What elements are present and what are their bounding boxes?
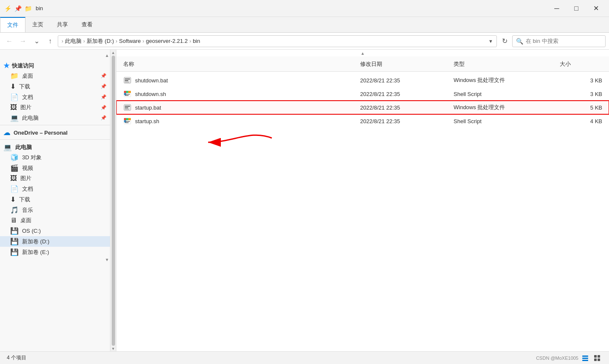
file-area-scroll-top: ▲ xyxy=(116,50,609,56)
view-list-button[interactable] xyxy=(580,353,590,363)
sidebar-item-desktop2[interactable]: 🖥 桌面 xyxy=(0,215,110,226)
sidebar-onedrive-header[interactable]: ☁ OneDrive – Personal xyxy=(0,127,110,138)
file-type-shutdown-sh: Shell Script xyxy=(454,91,560,97)
file-type-startup-bat: Windows 批处理文件 xyxy=(454,104,560,111)
list-view-icon xyxy=(582,355,589,361)
status-bar-right: CSDN @MoXE1005 xyxy=(536,353,602,363)
svg-rect-6 xyxy=(126,91,128,93)
sidebar-item-3d-label: 3D 对象 xyxy=(22,154,42,161)
forward-button[interactable]: → xyxy=(17,35,29,47)
sidebar-item-e-drive[interactable]: 💾 新加卷 (E:) xyxy=(0,247,110,257)
svg-rect-23 xyxy=(582,356,588,357)
sidebar-item-3d[interactable]: 🧊 3D 对象 xyxy=(0,152,110,163)
sidebar-item-c-drive-label: OS (C:) xyxy=(22,228,41,234)
sidebar-item-downloads[interactable]: ⬇ 下载 📌 xyxy=(0,81,110,92)
col-header-name[interactable]: 名称 xyxy=(123,60,360,68)
pc-icon: 💻 xyxy=(3,143,12,151)
c-drive-icon: 💾 xyxy=(10,227,19,235)
onedrive-icon: ☁ xyxy=(3,129,10,137)
file-name-shutdown-bat: shutdown.bat xyxy=(135,77,168,84)
sidebar-item-desktop2-label: 桌面 xyxy=(20,217,31,224)
view-grid-button[interactable] xyxy=(592,353,602,363)
refresh-button[interactable]: ↻ xyxy=(499,35,510,47)
address-bar: ← → ⌄ ↑ › 此电脑 › 新加卷 (D:) › Software › ge… xyxy=(0,33,609,50)
path-dropdown-arrow: ▼ xyxy=(488,39,493,44)
sidebar-item-pictures[interactable]: 🖼 图片 📌 xyxy=(0,102,110,113)
svg-rect-25 xyxy=(582,360,588,361)
main-area: ▲ ★ 快速访问 📁 桌面 📌 ⬇ 下载 📌 📄 文档 📌 xyxy=(0,50,609,352)
file-row-shutdown-sh[interactable]: shutdown.sh 2022/8/21 22:35 Shell Script… xyxy=(116,87,609,101)
file-row-shutdown-bat[interactable]: shutdown.bat 2022/8/21 22:35 Windows 批处理… xyxy=(116,73,609,87)
col-header-type[interactable]: 类型 xyxy=(454,60,560,68)
sh-file-icon xyxy=(123,90,132,98)
search-box[interactable]: 🔍 xyxy=(512,35,606,47)
file-size-startup-sh: 4 KB xyxy=(560,118,602,124)
onedrive-label: OneDrive – Personal xyxy=(14,130,68,136)
documents2-icon: 📄 xyxy=(10,185,19,193)
video-icon: 🎬 xyxy=(10,164,19,172)
sidebar-item-e-drive-label: 新加卷 (E:) xyxy=(22,248,49,256)
file-name-cell-shutdown-sh: shutdown.sh xyxy=(123,90,360,98)
tab-share[interactable]: 共享 xyxy=(50,17,75,32)
svg-rect-20 xyxy=(125,121,130,122)
window-title: bin xyxy=(36,5,547,11)
3d-icon: 🧊 xyxy=(10,153,19,161)
tab-view[interactable]: 查看 xyxy=(75,17,99,32)
path-drive: 新加卷 (D:) xyxy=(87,37,114,45)
sidebar-scrollbar[interactable]: ▲ ▼ xyxy=(110,50,116,352)
tab-home[interactable]: 主页 xyxy=(25,17,50,32)
sidebar-quick-access-header[interactable]: ★ 快速访问 xyxy=(0,60,110,71)
svg-rect-29 xyxy=(598,358,600,361)
sidebar-item-c-drive[interactable]: 💾 OS (C:) xyxy=(0,226,110,236)
quick-access-star-icon: ★ xyxy=(3,62,9,70)
file-row-startup-bat[interactable]: startup.bat 2022/8/21 22:35 Windows 批处理文… xyxy=(116,101,609,114)
sidebar-item-documents2[interactable]: 📄 文档 xyxy=(0,183,110,194)
path-separator-5: › xyxy=(189,38,191,44)
folder-icon: 📁 xyxy=(24,4,32,13)
col-size-label: 大小 xyxy=(560,60,571,68)
file-type-startup-sh: Shell Script xyxy=(454,118,560,124)
scrollbar-down-arrow: ▼ xyxy=(111,347,115,351)
minimize-button[interactable]: ─ xyxy=(547,0,567,17)
svg-rect-28 xyxy=(594,358,597,361)
file-row-startup-sh[interactable]: startup.sh 2022/8/21 22:35 Shell Script … xyxy=(116,114,609,128)
back-button[interactable]: ← xyxy=(3,35,15,47)
ribbon-tabs: 文件 主页 共享 查看 xyxy=(0,17,609,32)
maximize-button[interactable]: □ xyxy=(567,0,586,17)
sidebar-item-pictures2[interactable]: 🖼 图片 xyxy=(0,173,110,183)
sidebar-pc-header[interactable]: 💻 此电脑 xyxy=(0,141,110,152)
sidebar-divider-1 xyxy=(0,125,110,125)
sidebar-item-video[interactable]: 🎬 视频 xyxy=(0,163,110,173)
sidebar-item-documents[interactable]: 📄 文档 📌 xyxy=(0,92,110,102)
svg-rect-1 xyxy=(125,79,130,79)
file-list: shutdown.bat 2022/8/21 22:35 Windows 批处理… xyxy=(116,72,609,352)
d-drive-icon: 💾 xyxy=(10,237,19,245)
pin-icon-pic: 📌 xyxy=(101,105,107,110)
sidebar-item-downloads2[interactable]: ⬇ 下载 xyxy=(0,194,110,205)
sidebar-item-downloads2-label: 下载 xyxy=(19,196,30,203)
sidebar-item-desktop[interactable]: 📁 桌面 📌 xyxy=(0,71,110,81)
address-path[interactable]: › 此电脑 › 新加卷 (D:) › Software › geoserver-… xyxy=(58,35,497,47)
file-name-cell-startup-bat: startup.bat xyxy=(123,103,360,112)
svg-rect-3 xyxy=(125,82,129,82)
up-button[interactable]: ↑ xyxy=(44,35,56,47)
file-size-startup-bat: 5 KB xyxy=(560,104,602,111)
sidebar-item-music[interactable]: 🎵 音乐 xyxy=(0,205,110,215)
pictures2-icon: 🖼 xyxy=(10,175,17,182)
music-icon: 🎵 xyxy=(10,206,19,214)
col-name-label: 名称 xyxy=(123,60,134,68)
sidebar-item-this-pc-label: 此电脑 xyxy=(22,114,39,122)
close-button[interactable]: ✕ xyxy=(586,0,606,17)
sidebar-item-documents-label: 文档 xyxy=(22,93,33,101)
file-name-cell-shutdown-bat: shutdown.bat xyxy=(123,76,360,85)
recent-locations-button[interactable]: ⌄ xyxy=(31,35,42,47)
sidebar-item-d-drive[interactable]: 💾 新加卷 (D:) xyxy=(0,236,110,247)
sidebar-item-this-pc[interactable]: 💻 此电脑 📌 xyxy=(0,113,110,123)
path-separator-3: › xyxy=(116,38,117,44)
file-date-startup-sh: 2022/8/21 22:35 xyxy=(360,118,454,124)
sidebar-item-music-label: 音乐 xyxy=(22,206,33,214)
tab-file[interactable]: 文件 xyxy=(0,17,25,32)
col-header-size[interactable]: 大小 xyxy=(560,60,602,68)
search-input[interactable] xyxy=(526,38,602,44)
col-header-date[interactable]: 修改日期 xyxy=(360,60,454,68)
